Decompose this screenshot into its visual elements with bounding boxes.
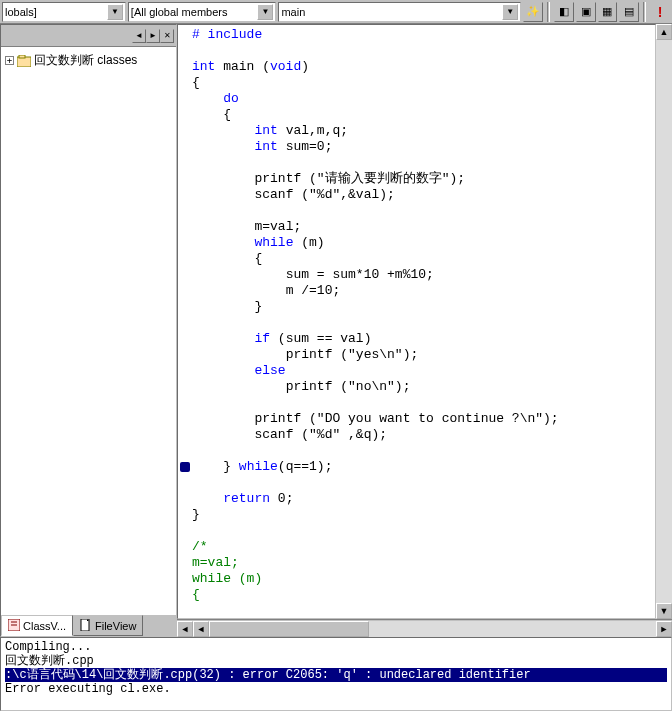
editor-pane: # include int main (void){ do { int val,…: [177, 24, 672, 637]
output-line: Compiling...: [5, 640, 667, 654]
code-line[interactable]: {: [192, 107, 655, 123]
code-line[interactable]: m /=10;: [192, 283, 655, 299]
exclamation-icon[interactable]: !: [650, 2, 670, 22]
bookmark-icon[interactable]: [180, 462, 190, 472]
code-line[interactable]: while (m): [192, 235, 655, 251]
code-line[interactable]: [192, 475, 655, 491]
scroll-left-icon[interactable]: ◄: [177, 621, 193, 637]
scope-combo[interactable]: lobals] ▼: [2, 2, 126, 22]
tree-item-label: 回文数判断 classes: [34, 52, 137, 69]
code-line[interactable]: {: [192, 587, 655, 603]
workspace-sidebar: ◄ ► ✕ + 回文数判断 classes ClassV...: [0, 24, 177, 637]
code-line[interactable]: printf ("DO you want to continue ?\n");: [192, 411, 655, 427]
tool-icon-3[interactable]: ▦: [598, 2, 618, 22]
code-line[interactable]: int sum=0;: [192, 139, 655, 155]
scroll-left-icon[interactable]: ◄: [193, 621, 209, 637]
chevron-down-icon[interactable]: ▼: [107, 4, 123, 20]
code-line[interactable]: m=val;: [192, 555, 655, 571]
chevron-left-icon[interactable]: ◄: [132, 29, 146, 43]
close-icon[interactable]: ✕: [160, 29, 174, 43]
members-combo[interactable]: [All global members ▼: [128, 2, 277, 22]
code-line[interactable]: }: [192, 299, 655, 315]
code-line[interactable]: [192, 523, 655, 539]
svg-rect-1: [19, 55, 25, 58]
code-line[interactable]: }: [192, 507, 655, 523]
class-tree[interactable]: + 回文数判断 classes: [1, 47, 176, 614]
output-error-line[interactable]: :\c语言代码\14\回文数判断.cpp(32) : error C2065: …: [5, 668, 667, 682]
code-line[interactable]: printf ("yes\n");: [192, 347, 655, 363]
code-editor[interactable]: # include int main (void){ do { int val,…: [177, 24, 656, 619]
code-line[interactable]: {: [192, 75, 655, 91]
code-line[interactable]: [192, 43, 655, 59]
code-line[interactable]: /*: [192, 539, 655, 555]
tab-label: ClassV...: [23, 620, 66, 632]
scope-combo-text: lobals]: [5, 6, 107, 18]
expand-icon[interactable]: +: [5, 56, 14, 65]
code-line[interactable]: [192, 315, 655, 331]
output-line: Error executing cl.exe.: [5, 682, 667, 696]
wizard-icon[interactable]: ✨: [523, 2, 543, 22]
code-line[interactable]: do: [192, 91, 655, 107]
sidebar-tabs: ClassV... FileView: [1, 614, 176, 636]
code-line[interactable]: {: [192, 251, 655, 267]
classview-icon: [8, 619, 20, 633]
toolbar-separator: [643, 2, 646, 22]
scroll-thumb[interactable]: [209, 621, 369, 637]
tree-item[interactable]: + 回文数判断 classes: [5, 51, 172, 70]
chevron-down-icon[interactable]: ▼: [502, 4, 518, 20]
main-area: ◄ ► ✕ + 回文数判断 classes ClassV...: [0, 24, 672, 637]
chevron-right-icon[interactable]: ►: [146, 29, 160, 43]
code-line[interactable]: [192, 203, 655, 219]
code-line[interactable]: scanf ("%d" ,&q);: [192, 427, 655, 443]
code-line[interactable]: printf ("请输入要判断的数字");: [192, 171, 655, 187]
code-line[interactable]: int val,m,q;: [192, 123, 655, 139]
code-line[interactable]: return 0;: [192, 491, 655, 507]
project-icon: [17, 55, 31, 67]
scroll-down-icon[interactable]: ▼: [656, 603, 672, 619]
code-line[interactable]: [192, 395, 655, 411]
code-line[interactable]: int main (void): [192, 59, 655, 75]
horizontal-scrollbar[interactable]: ◄ ◄ ►: [177, 619, 672, 637]
chevron-down-icon[interactable]: ▼: [257, 4, 273, 20]
function-combo[interactable]: main ▼: [278, 2, 521, 22]
scroll-right-icon[interactable]: ►: [656, 621, 672, 637]
code-line[interactable]: m=val;: [192, 219, 655, 235]
vertical-scrollbar[interactable]: ▲ ▼: [656, 24, 672, 619]
code-line[interactable]: } while(q==1);: [192, 459, 655, 475]
tool-icon-4[interactable]: ▤: [619, 2, 639, 22]
tab-label: FileView: [95, 620, 136, 632]
tool-icon-2[interactable]: ▣: [576, 2, 596, 22]
code-line[interactable]: while (m): [192, 571, 655, 587]
members-combo-text: [All global members: [131, 6, 258, 18]
scroll-track[interactable]: [209, 621, 656, 637]
top-toolbar: lobals] ▼ [All global members ▼ main ▼ ✨…: [0, 0, 672, 24]
sidebar-toolbar: ◄ ► ✕: [1, 25, 176, 47]
tool-icon-1[interactable]: ◧: [554, 2, 574, 22]
scroll-track[interactable]: [656, 40, 672, 603]
scroll-up-icon[interactable]: ▲: [656, 24, 672, 40]
code-line[interactable]: sum = sum*10 +m%10;: [192, 267, 655, 283]
code-line[interactable]: if (sum == val): [192, 331, 655, 347]
code-line[interactable]: scanf ("%d",&val);: [192, 187, 655, 203]
output-line: 回文数判断.cpp: [5, 654, 667, 668]
code-line[interactable]: [192, 443, 655, 459]
build-output[interactable]: Compiling... 回文数判断.cpp :\c语言代码\14\回文数判断.…: [0, 637, 672, 711]
code-line[interactable]: [192, 155, 655, 171]
code-line[interactable]: # include: [192, 27, 655, 43]
code-line[interactable]: printf ("no\n");: [192, 379, 655, 395]
toolbar-separator: [547, 2, 550, 22]
fileview-icon: [80, 619, 92, 633]
code-line[interactable]: else: [192, 363, 655, 379]
function-combo-text: main: [281, 6, 502, 18]
tab-classview[interactable]: ClassV...: [1, 615, 73, 636]
tab-fileview[interactable]: FileView: [73, 615, 143, 636]
